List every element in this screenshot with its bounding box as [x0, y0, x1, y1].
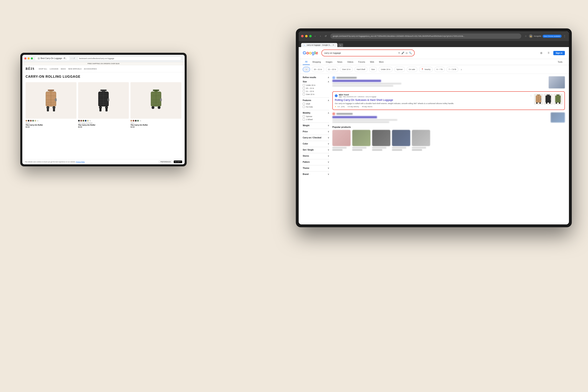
color-title[interactable]: Color ∨ [303, 143, 329, 145]
second-blurred-result[interactable] [332, 112, 565, 123]
size-checkbox[interactable] [303, 93, 305, 95]
color-dot[interactable] [82, 120, 84, 122]
voice-search-icon[interactable]: 🎤 [401, 52, 404, 54]
color-dot[interactable] [137, 120, 139, 122]
filter-chip-21-22[interactable]: 21 – 22 in [326, 67, 338, 72]
traffic-dot-yellow[interactable] [28, 58, 30, 60]
color-dot[interactable] [80, 120, 82, 122]
g-bookmark-icon[interactable]: ☆ [524, 34, 528, 38]
size-under-20[interactable]: Under 20 in [303, 84, 329, 86]
tab-images[interactable]: Images [323, 59, 335, 65]
tab-close-btn[interactable]: ✕ [332, 44, 334, 46]
g-new-chrome-btn[interactable]: New Chrome available [542, 35, 562, 38]
sign-in-button[interactable]: Sign in [553, 51, 565, 55]
carryon-title[interactable]: Carry-on / Checked ∨ [303, 136, 329, 139]
search-submit-icon[interactable]: 🔍 [409, 52, 412, 54]
first-blurred-result[interactable] [332, 76, 565, 88]
nav-new-arrivals[interactable]: NEW ARRIVALS [68, 68, 81, 70]
product-card-maple[interactable]: +6 Maple The Carry-On Roller $238 [26, 82, 76, 159]
g-forward-btn[interactable]: › [318, 34, 322, 38]
filter-chip-over-22[interactable]: Over 22 in [340, 67, 353, 72]
theme-title[interactable]: Theme ∨ [303, 167, 329, 169]
mobility-checkbox[interactable] [303, 115, 305, 118]
filter-chip-hard-shell[interactable]: Hard Shell [354, 67, 368, 72]
features-title[interactable]: Features ∧ [303, 99, 329, 102]
size-21-22[interactable]: 21 – 22 in [303, 90, 329, 92]
price-title[interactable]: Price ∨ [303, 130, 329, 133]
mobility-2wheel[interactable]: 2 Wheel [303, 118, 329, 120]
popular-product-5[interactable] [412, 130, 430, 151]
featured-beis-result[interactable]: BÉIS Travel Ad https://beistravel.com › … [332, 91, 565, 110]
popular-product-4[interactable] [392, 130, 410, 151]
pattern-title[interactable]: Pattern ∨ [303, 161, 329, 163]
traffic-dot-green[interactable] [31, 58, 33, 60]
color-dot[interactable] [34, 120, 36, 122]
color-dot[interactable] [85, 120, 86, 122]
filter-chip-size-indicator[interactable]: ≡ [303, 67, 310, 72]
stores-title[interactable]: Stores ∨ [303, 155, 329, 157]
product-card-black[interactable]: +6 The Carry-On Roller The Carry-On Roll… [78, 82, 129, 159]
g-active-tab[interactable]: G carry-on luggage - Google S... ✕ [301, 43, 338, 47]
popular-product-1[interactable] [332, 130, 350, 151]
g-reload-btn[interactable]: ↺ [324, 34, 328, 38]
feature-hard-shell[interactable]: Shell [303, 103, 329, 105]
google-search-box[interactable]: carry-on luggage ✕ 🎤 ◎ 🔍 [322, 50, 415, 56]
reload-icon[interactable]: ↺ [73, 57, 75, 60]
size-section-title[interactable]: Size ∧ [303, 80, 329, 83]
mobility-title[interactable]: Mobility ∧ [303, 112, 329, 114]
filter-chip-on-sale[interactable]: On sale [406, 67, 417, 72]
set-title[interactable]: Set / Single ∨ [303, 149, 329, 151]
popular-product-3[interactable] [372, 130, 390, 151]
product-card-olive[interactable]: +6 Olive The Carry-On Roller $238 [130, 82, 182, 159]
feature-checkbox[interactable] [303, 103, 305, 105]
featured-result-title[interactable]: Rolling Carry-On Suitcases & Hard Shell … [335, 98, 532, 102]
color-dot[interactable] [26, 120, 27, 122]
feature-checkbox[interactable] [303, 106, 305, 108]
filter-chip-20-21[interactable]: 20 – 21 in [312, 67, 324, 72]
clear-search-icon[interactable]: ✕ [398, 52, 400, 54]
tab-videos[interactable]: Videos [345, 59, 356, 65]
tab-more[interactable]: More [376, 59, 386, 65]
filter-chip-spinner[interactable]: Spinner [394, 67, 405, 72]
accept-button[interactable]: ACCEPT [174, 160, 182, 163]
filter-chip-size[interactable]: Size [369, 67, 377, 72]
nav-luggage[interactable]: LUGGAGE [50, 68, 58, 70]
new-tab-btn[interactable]: + [338, 44, 343, 47]
traffic-dot-red[interactable] [24, 58, 26, 60]
tab-news[interactable]: News [335, 59, 345, 65]
brand-title[interactable]: Brand ∨ [303, 173, 329, 175]
filter-more-btn[interactable]: › [460, 68, 462, 71]
g-address-bar[interactable]: google.com/search?q=carry-on+luggage&sca… [330, 34, 521, 39]
tab-web[interactable]: Web [368, 59, 376, 65]
color-dot[interactable] [87, 120, 89, 122]
size-checkbox[interactable] [303, 84, 305, 86]
tab-all[interactable]: All [303, 59, 310, 65]
filter-chip-under-20[interactable]: Under 20 in [378, 67, 392, 72]
preferences-button[interactable]: PREFERENCES [159, 160, 172, 163]
laptop-tab[interactable]: Best Carry-On Luggage - R... [35, 56, 70, 60]
result-menu-icon[interactable]: ⋮ [530, 94, 532, 97]
color-dot[interactable] [32, 120, 34, 122]
popular-product-2[interactable] [352, 130, 370, 151]
forward-arrow[interactable]: › [72, 57, 72, 60]
color-dot[interactable] [28, 120, 30, 122]
tab-forums[interactable]: Forums [356, 59, 368, 65]
nav-bags[interactable]: BAGS [61, 68, 66, 70]
color-dot[interactable] [133, 120, 134, 122]
tools-button[interactable]: Tools [555, 59, 565, 65]
g-traffic-dot-red[interactable] [301, 35, 304, 37]
weight-title[interactable]: Weight ∨ [303, 124, 329, 126]
filter-chip-nearby[interactable]: 📍 Nearby [419, 67, 433, 72]
back-arrow[interactable]: ‹ [70, 57, 71, 60]
nav-shop-all[interactable]: SHOP ALL [38, 68, 47, 70]
g-traffic-dot-yellow[interactable] [305, 35, 308, 37]
tab-shopping[interactable]: Shopping [310, 59, 323, 65]
privacy-policy-link[interactable]: Privacy Policy [76, 161, 85, 162]
color-dot[interactable] [130, 120, 132, 122]
size-20-21[interactable]: 20 – 21 in [303, 87, 329, 89]
size-checkbox[interactable] [303, 90, 305, 92]
g-menu-icon[interactable]: ⋮ [563, 34, 566, 38]
lens-search-icon[interactable]: ◎ [406, 52, 408, 54]
feature-for-kids[interactable]: For Kids [303, 106, 329, 108]
g-traffic-dot-green[interactable] [309, 35, 312, 37]
